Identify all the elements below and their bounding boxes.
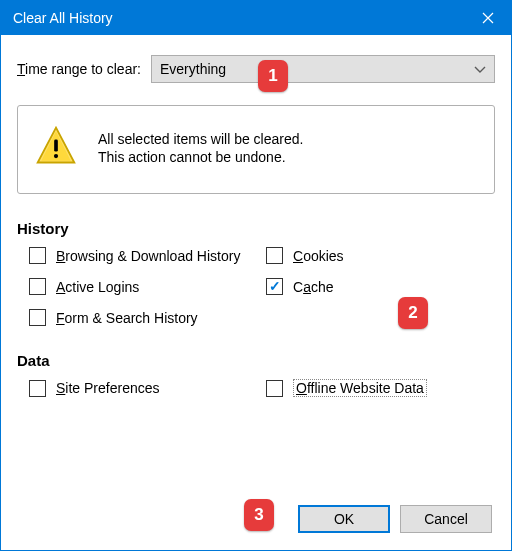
checkbox-label: Browsing & Download History: [56, 248, 240, 264]
checkbox-label: Cookies: [293, 248, 344, 264]
checkbox-box: [29, 309, 46, 326]
cancel-button[interactable]: Cancel: [400, 505, 492, 533]
checkbox-box: [266, 278, 283, 295]
warning-text: All selected items will be cleared. This…: [98, 129, 303, 167]
checkbox-label: Form & Search History: [56, 310, 198, 326]
checkbox-box: [29, 247, 46, 264]
checkbox-form-search-history[interactable]: Form & Search History: [29, 309, 258, 326]
checkbox-browsing-history[interactable]: Browsing & Download History: [29, 247, 258, 264]
warning-icon: [34, 124, 78, 171]
checkbox-active-logins[interactable]: Active Logins: [29, 278, 258, 295]
window-title: Clear All History: [13, 10, 465, 26]
ok-button-label: OK: [334, 511, 354, 527]
checkbox-box: [29, 278, 46, 295]
ok-button[interactable]: OK: [298, 505, 390, 533]
warning-line2: This action cannot be undone.: [98, 149, 303, 165]
checkbox-label: Active Logins: [56, 279, 139, 295]
timerange-value: Everything: [160, 61, 226, 77]
warning-panel: All selected items will be cleared. This…: [17, 105, 495, 194]
checkbox-box: [29, 380, 46, 397]
annotation-callout-2: 2: [398, 297, 428, 329]
cancel-button-label: Cancel: [424, 511, 468, 527]
annotation-callout-3: 3: [244, 499, 274, 531]
checkbox-offline-website-data[interactable]: Offline Website Data: [266, 379, 495, 397]
svg-rect-0: [54, 140, 58, 152]
chevron-down-icon: [474, 61, 486, 77]
checkbox-label: Site Preferences: [56, 380, 160, 396]
close-button[interactable]: [465, 1, 511, 35]
checkbox-box: [266, 380, 283, 397]
timerange-label: Time range to clear:: [17, 61, 141, 77]
checkbox-cache[interactable]: Cache: [266, 278, 495, 295]
timerange-dropdown[interactable]: Everything: [151, 55, 495, 83]
history-section-title: History: [17, 220, 495, 237]
data-section-title: Data: [17, 352, 495, 369]
annotation-callout-1: 1: [258, 60, 288, 92]
checkbox-label: Offline Website Data: [293, 379, 427, 397]
svg-point-1: [54, 154, 58, 158]
close-icon: [482, 12, 494, 24]
title-bar: Clear All History: [1, 1, 511, 35]
checkbox-label: Cache: [293, 279, 334, 295]
checkbox-cookies[interactable]: Cookies: [266, 247, 495, 264]
checkbox-site-preferences[interactable]: Site Preferences: [29, 379, 258, 397]
checkbox-box: [266, 247, 283, 264]
warning-line1: All selected items will be cleared.: [98, 131, 303, 147]
